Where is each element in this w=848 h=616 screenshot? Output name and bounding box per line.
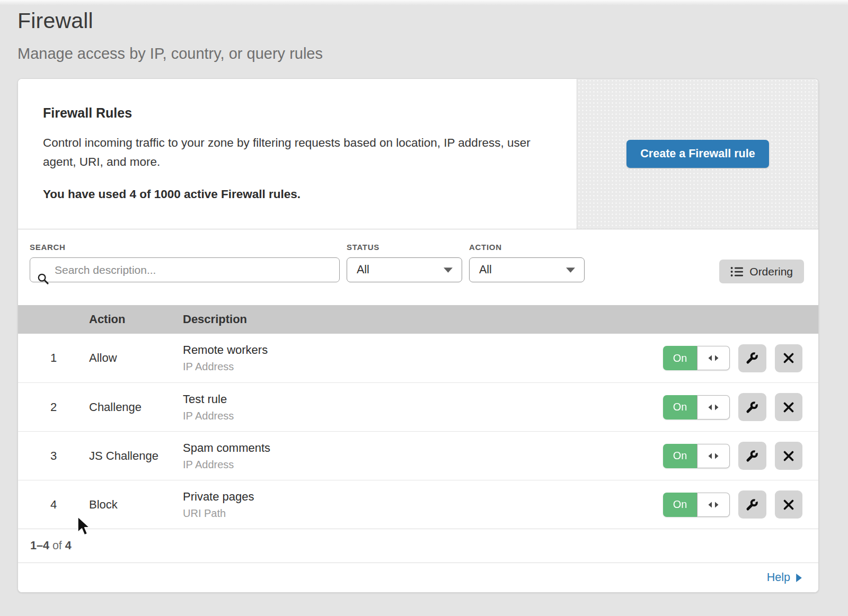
- close-icon: [783, 450, 794, 462]
- intro-section: Firewall Rules Control incoming traffic …: [18, 79, 818, 229]
- rule-status-toggle[interactable]: On: [663, 493, 730, 517]
- rule-row: 2 Challenge Test rule IP Address On: [18, 382, 818, 431]
- pagination-of-label: of: [52, 539, 62, 552]
- pagination-bar: 1–4 of 4: [18, 529, 818, 563]
- section-description: Control incoming traffic to your zone by…: [43, 133, 545, 172]
- description-column-header: Description: [183, 313, 663, 326]
- search-filter-group: SEARCH: [30, 243, 340, 282]
- toggle-on-segment[interactable]: On: [663, 346, 697, 370]
- action-select[interactable]: All: [469, 257, 585, 282]
- section-heading: Firewall Rules: [43, 105, 545, 121]
- rule-row: 4 Block Private pages URI Path On: [18, 480, 818, 529]
- action-filter-group: ACTION All: [469, 243, 585, 282]
- rule-action: Challenge: [89, 400, 183, 414]
- action-column-header: Action: [89, 313, 183, 326]
- rule-status-toggle[interactable]: On: [663, 395, 730, 419]
- rule-description-cell: Test rule IP Address: [183, 392, 663, 422]
- toggle-drag-handle[interactable]: [697, 493, 730, 517]
- search-input[interactable]: [30, 257, 340, 282]
- rule-status-toggle[interactable]: On: [663, 346, 730, 370]
- action-label: ACTION: [469, 243, 585, 252]
- rule-priority: 2: [18, 400, 89, 414]
- search-label: SEARCH: [30, 243, 340, 252]
- toggle-drag-handle[interactable]: [697, 444, 730, 468]
- rule-description-cell: Spam comments IP Address: [183, 441, 663, 471]
- rule-controls: On: [663, 490, 818, 519]
- edit-rule-button[interactable]: [738, 344, 766, 372]
- rule-description-cell: Private pages URI Path: [183, 490, 663, 520]
- rule-status-toggle[interactable]: On: [663, 444, 730, 468]
- delete-rule-button[interactable]: [775, 442, 803, 470]
- edit-rule-button[interactable]: [738, 490, 766, 519]
- toggle-drag-handle[interactable]: [697, 346, 730, 370]
- filters-bar: SEARCH STATUS All ACTION All: [18, 229, 818, 305]
- ordering-button[interactable]: Ordering: [719, 260, 804, 283]
- search-icon: [37, 273, 49, 285]
- page-title: Firewall: [17, 8, 848, 33]
- ordering-button-label: Ordering: [749, 265, 793, 278]
- pagination-total: 4: [65, 539, 72, 552]
- table-header: Action Description: [18, 305, 818, 334]
- intro-text-block: Firewall Rules Control incoming traffic …: [18, 79, 577, 229]
- rule-row: 1 Allow Remote workers IP Address On: [18, 334, 818, 382]
- create-firewall-rule-button[interactable]: Create a Firewall rule: [626, 140, 768, 168]
- toggle-on-segment[interactable]: On: [663, 493, 697, 517]
- rule-priority: 1: [18, 351, 89, 365]
- page-subtitle: Manage access by IP, country, or query r…: [17, 45, 848, 63]
- rule-priority: 3: [18, 449, 89, 463]
- rule-description-cell: Remote workers IP Address: [183, 343, 663, 373]
- rule-field: URI Path: [183, 507, 663, 520]
- rule-row: 3 JS Challenge Spam comments IP Address …: [18, 431, 818, 480]
- rule-priority: 4: [18, 498, 89, 512]
- toggle-arrows-icon: [708, 404, 719, 410]
- pagination-range: 1–4: [30, 539, 49, 552]
- wrench-icon: [745, 498, 759, 512]
- toggle-arrows-icon: [708, 355, 719, 361]
- rule-controls: On: [663, 393, 818, 421]
- close-icon: [783, 401, 794, 413]
- rule-controls: On: [663, 344, 818, 372]
- rule-description: Test rule: [183, 392, 663, 406]
- rule-field: IP Address: [183, 361, 663, 373]
- chevron-down-icon: [444, 267, 453, 273]
- status-filter-group: STATUS All: [347, 243, 462, 282]
- rule-field: IP Address: [183, 410, 663, 422]
- rule-field: IP Address: [183, 459, 663, 471]
- wrench-icon: [745, 400, 759, 414]
- delete-rule-button[interactable]: [775, 490, 803, 519]
- toggle-drag-handle[interactable]: [697, 395, 730, 419]
- status-select[interactable]: All: [347, 257, 462, 282]
- rule-description: Remote workers: [183, 343, 663, 357]
- status-selected-value: All: [357, 263, 369, 276]
- intro-side-panel: Create a Firewall rule: [577, 79, 818, 229]
- status-label: STATUS: [347, 243, 462, 252]
- delete-rule-button[interactable]: [775, 393, 803, 421]
- edit-rule-button[interactable]: [738, 393, 766, 421]
- wrench-icon: [745, 449, 759, 463]
- firewall-rules-card: Firewall Rules Control incoming traffic …: [17, 78, 819, 593]
- edit-rule-button[interactable]: [738, 442, 766, 470]
- delete-rule-button[interactable]: [775, 344, 803, 372]
- rules-table-body: 1 Allow Remote workers IP Address On: [18, 334, 818, 529]
- toggle-on-segment[interactable]: On: [663, 395, 697, 419]
- close-icon: [783, 499, 794, 511]
- rule-action: Block: [89, 498, 183, 512]
- wrench-icon: [745, 351, 759, 365]
- toggle-on-segment[interactable]: On: [663, 444, 697, 468]
- rule-description: Spam comments: [183, 441, 663, 455]
- page-header: Firewall Manage access by IP, country, o…: [0, 0, 848, 63]
- help-bar: Help: [18, 563, 818, 592]
- rule-action: JS Challenge: [89, 449, 183, 463]
- close-icon: [783, 352, 794, 364]
- rule-description: Private pages: [183, 490, 663, 504]
- toggle-arrows-icon: [708, 453, 719, 459]
- rule-action: Allow: [89, 351, 183, 365]
- toggle-arrows-icon: [708, 502, 719, 508]
- help-link[interactable]: Help: [767, 571, 802, 584]
- chevron-down-icon: [566, 267, 575, 273]
- action-selected-value: All: [479, 263, 492, 276]
- help-link-label: Help: [767, 571, 790, 584]
- arrow-right-icon: [796, 574, 802, 582]
- usage-summary: You have used 4 of 1000 active Firewall …: [43, 188, 545, 201]
- rule-controls: On: [663, 442, 818, 470]
